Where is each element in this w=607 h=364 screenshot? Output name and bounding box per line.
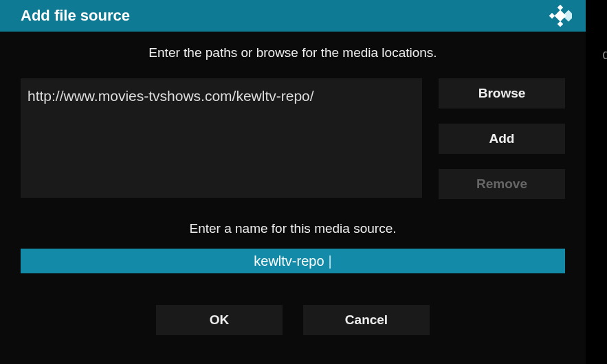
side-buttons: Browse Add Remove (439, 78, 565, 199)
path-entry[interactable]: http://www.movies-tvshows.com/kewltv-rep… (27, 88, 415, 104)
svg-rect-1 (558, 21, 563, 27)
dialog-header: Add file source (0, 0, 586, 32)
ok-button[interactable]: OK (156, 305, 283, 335)
dialog-title: Add file source (21, 7, 130, 25)
source-name-input[interactable]: kewltv-repo | (21, 249, 565, 273)
add-button[interactable]: Add (439, 124, 565, 154)
paths-row: http://www.movies-tvshows.com/kewltv-rep… (21, 78, 565, 199)
svg-rect-2 (549, 13, 555, 19)
background-text: dow (602, 47, 607, 62)
kodi-logo-icon (549, 4, 572, 27)
cancel-button[interactable]: Cancel (303, 305, 430, 335)
paths-instruction: Enter the paths or browse for the media … (21, 45, 565, 60)
add-file-source-dialog: Add file source Enter the paths or brows… (0, 0, 586, 364)
browse-button[interactable]: Browse (439, 78, 565, 109)
paths-list[interactable]: http://www.movies-tvshows.com/kewltv-rep… (21, 78, 422, 198)
text-cursor: | (329, 253, 332, 269)
dialog-content: Enter the paths or browse for the media … (0, 32, 586, 349)
bottom-buttons: OK Cancel (21, 305, 565, 335)
remove-button: Remove (439, 169, 565, 199)
svg-rect-0 (558, 5, 563, 10)
name-instruction: Enter a name for this media source. (21, 221, 565, 236)
source-name-value: kewltv-repo (254, 253, 324, 269)
svg-rect-4 (555, 10, 566, 22)
